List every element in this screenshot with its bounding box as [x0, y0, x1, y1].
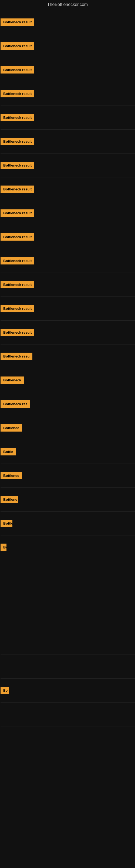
list-item: Bottleneck result: [1, 201, 135, 225]
list-item: Bottleneck resu: [1, 344, 135, 368]
bottleneck-result-label[interactable]: Bottleneck result: [1, 90, 34, 97]
list-item: [1, 655, 135, 679]
list-item: Bottleneck result: [1, 130, 135, 154]
bottleneck-result-label[interactable]: Bottleneck result: [1, 257, 34, 265]
bottleneck-result-label[interactable]: Bottleneck result: [1, 209, 34, 217]
list-item: [1, 750, 135, 774]
bottleneck-result-label[interactable]: Bottlenec: [1, 424, 22, 432]
list-item: Bottle: [1, 440, 135, 464]
items-container: Bottleneck resultBottleneck resultBottle…: [0, 10, 135, 774]
bottleneck-result-label[interactable]: Bottleneck result: [1, 281, 34, 288]
list-item: [1, 631, 135, 655]
list-item: Bottle: [1, 535, 135, 559]
list-item: Bottlenec: [1, 464, 135, 488]
bottleneck-result-label[interactable]: Bottlene: [1, 496, 18, 503]
list-item: Bottleneck result: [1, 154, 135, 177]
site-title: TheBottlenecker.com: [0, 0, 135, 10]
list-item: Bottleneck result: [1, 58, 135, 82]
bottleneck-result-label[interactable]: Bottleneck: [1, 376, 24, 384]
list-item: Bottlenec: [1, 559, 135, 583]
bottleneck-result-label[interactable]: Bottle: [1, 544, 6, 551]
list-item: Bottleneck result: [1, 273, 135, 297]
bottleneck-result-label[interactable]: Bottleneck result: [1, 19, 34, 26]
list-item: Bottleneck result: [1, 297, 135, 321]
bottleneck-result-label[interactable]: Bottleneck result: [1, 42, 34, 50]
list-item: Bottleneck result: [1, 225, 135, 249]
bottleneck-result-label[interactable]: Bottleneck res: [1, 400, 30, 408]
bottleneck-result-label[interactable]: Bottleneck r: [1, 520, 12, 527]
list-item: Bottleneck result: [1, 10, 135, 34]
bottleneck-result-label[interactable]: Bo: [1, 687, 9, 694]
bottleneck-result-label[interactable]: Bottleneck result: [1, 138, 34, 145]
list-item: [1, 607, 135, 631]
bottleneck-result-label[interactable]: Bottleneck result: [1, 329, 34, 336]
list-item: Bottleneck result: [1, 82, 135, 106]
list-item: Bottleneck: [1, 368, 135, 392]
bottleneck-result-label[interactable]: Bottle: [1, 448, 16, 456]
list-item: Bottleneck r: [1, 512, 135, 535]
list-item: Bottleneck result: [1, 34, 135, 58]
bottleneck-result-label[interactable]: Bottleneck result: [1, 66, 34, 73]
list-item: Bo: [1, 679, 135, 703]
bottleneck-result-label[interactable]: Bottleneck result: [1, 305, 34, 312]
list-item: [1, 726, 135, 750]
bottleneck-result-label[interactable]: Bottleneck result: [1, 233, 34, 241]
bottleneck-result-label[interactable]: Bottlenec: [1, 472, 22, 479]
list-item: Bottleneck result: [1, 249, 135, 273]
list-item: Bottlene: [1, 488, 135, 512]
bottleneck-result-label[interactable]: Bottleneck result: [1, 114, 34, 121]
list-item: Bottleneck res: [1, 392, 135, 416]
bottleneck-result-label[interactable]: Bottleneck result: [1, 162, 34, 169]
list-item: B: [1, 583, 135, 607]
list-item: Bottlenec: [1, 416, 135, 440]
list-item: Bottleneck result: [1, 106, 135, 130]
list-item: [1, 703, 135, 726]
bottleneck-result-label[interactable]: Bottleneck resu: [1, 352, 32, 360]
list-item: Bottleneck result: [1, 321, 135, 344]
bottleneck-result-label[interactable]: Bottleneck result: [1, 186, 34, 193]
list-item: Bottleneck result: [1, 177, 135, 201]
